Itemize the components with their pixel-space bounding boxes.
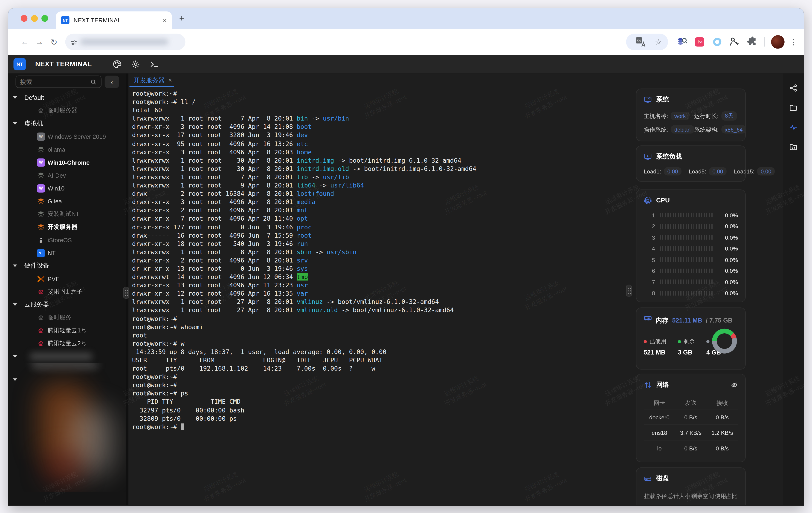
terminal-line: root@work:~# w bbox=[132, 339, 631, 348]
debian-icon bbox=[37, 288, 45, 296]
app-body: 搜索 ‹ Default临时服务器虚拟机WWindows Server 2019… bbox=[8, 73, 804, 505]
tree-group-label: Default bbox=[24, 94, 44, 101]
terminal-line: drwxr-xr-x 95 root root 4096 Apr 16 13:2… bbox=[132, 140, 631, 148]
folder-icon[interactable] bbox=[789, 103, 798, 112]
eye-off-icon[interactable] bbox=[731, 381, 738, 389]
tree-item[interactable]: 斐讯 N1 盒子 bbox=[8, 285, 126, 298]
tree-group[interactable]: Default bbox=[8, 91, 126, 104]
disk-icon bbox=[644, 474, 652, 483]
terminal-area[interactable]: 开发服务器 × root@work:~# root@work:~# ll /to… bbox=[128, 73, 631, 505]
cpu-core-number: 5 bbox=[644, 256, 655, 263]
tree-group[interactable]: 云服务器 bbox=[8, 298, 126, 311]
extension-keys-icon[interactable] bbox=[729, 36, 741, 48]
network-interface-row: ens183.7 KB/s1.2 KB/s bbox=[644, 424, 738, 440]
folder-code-icon[interactable] bbox=[789, 143, 798, 151]
screen: NT NEXT TERMINAL × + ← → ↻ G ☆ 中A bbox=[0, 0, 812, 513]
reload-icon[interactable]: ↻ bbox=[47, 37, 61, 47]
svg-text:G: G bbox=[637, 38, 641, 43]
terminal-line: lrwxrwxrwx 1 root root 27 Apr 8 20:01 vm… bbox=[132, 298, 631, 306]
tree-item-label: AI-Dev bbox=[48, 172, 66, 178]
windows-icon: W bbox=[37, 132, 45, 141]
windows-icon: W bbox=[37, 158, 45, 166]
tree-item[interactable]: WWindows Server 2019 bbox=[8, 130, 126, 143]
network-interface-row: lo0 B/s0 B/s bbox=[644, 440, 738, 456]
terminal-line: drwxr-xr-x 17 root root 3280 Jun 3 19:46… bbox=[132, 131, 631, 140]
tree-item[interactable]: AI-Dev bbox=[8, 169, 126, 182]
tree-item[interactable]: iStoreOS bbox=[8, 234, 126, 246]
system-card-title: 系统 bbox=[656, 95, 669, 104]
memory-total-headline: / 7.75 GB bbox=[706, 317, 733, 324]
cpu-usage-bar bbox=[660, 224, 714, 229]
legend-label: 已使用 bbox=[649, 337, 667, 345]
tree-group[interactable]: 虚拟机 bbox=[8, 117, 126, 130]
tree-item[interactable]: 腾讯轻量云1号 bbox=[8, 324, 126, 337]
cpu-core-number: 1 bbox=[644, 212, 655, 218]
tree-item[interactable]: 临时服务 bbox=[8, 311, 126, 324]
tree-item[interactable]: NTNT bbox=[8, 246, 126, 259]
theme-palette-icon[interactable] bbox=[113, 59, 122, 69]
browser-menu-icon[interactable]: ⋮ bbox=[790, 37, 798, 47]
terminal-line: lrwxrwxrwx 1 root root 8 Apr 8 20:01 sbi… bbox=[132, 248, 631, 256]
stack-icon bbox=[37, 210, 45, 218]
tree-item[interactable]: 开发服务器 bbox=[8, 221, 126, 234]
browser-tab[interactable]: NT NEXT TERMINAL × bbox=[56, 11, 172, 29]
tree-item[interactable]: 腾讯轻量云2号 bbox=[8, 337, 126, 350]
tree-item[interactable]: WWin10-Chrome bbox=[8, 156, 126, 169]
tree-item[interactable]: 临时服务器 bbox=[8, 104, 126, 117]
terminal-line: root@work:~# bbox=[132, 423, 631, 431]
caret-down-icon bbox=[13, 96, 17, 99]
terminal-tab-close-icon[interactable]: × bbox=[168, 77, 172, 84]
tree-item[interactable]: WWin10 bbox=[8, 182, 126, 194]
settings-gear-icon[interactable] bbox=[131, 59, 141, 69]
info-field: Load1:0.00 bbox=[644, 167, 682, 176]
back-icon[interactable]: ← bbox=[18, 37, 32, 47]
network-cell: 0 B/s bbox=[675, 445, 706, 451]
cpu-chip-icon bbox=[644, 196, 652, 205]
terminal-tab-bar: 开发服务器 × bbox=[128, 73, 631, 87]
terminal-output[interactable]: root@work:~# root@work:~# ll /total 60lr… bbox=[128, 87, 631, 431]
address-bar[interactable] bbox=[65, 34, 185, 50]
tree-item[interactable]: ollama bbox=[8, 143, 126, 156]
cpu-usage-value: 0.0% bbox=[719, 234, 738, 241]
search-input[interactable]: 搜索 bbox=[16, 76, 102, 88]
tree-item[interactable]: PVE bbox=[8, 272, 126, 285]
tree-item[interactable]: 安装测试NT bbox=[8, 208, 126, 220]
terminal-tab[interactable]: 开发服务器 × bbox=[134, 76, 172, 85]
tune-icon[interactable] bbox=[70, 39, 77, 45]
extensions-puzzle-icon[interactable] bbox=[746, 36, 759, 48]
translate-icon[interactable]: G bbox=[635, 36, 647, 48]
field-value-badge: work bbox=[671, 112, 689, 120]
sidebar-collapse-button[interactable]: ‹ bbox=[105, 76, 119, 88]
load-card-title: 系统负载 bbox=[656, 152, 682, 161]
cpu-core-row: 50.0% bbox=[644, 254, 738, 265]
tree-group-redacted-1[interactable] bbox=[8, 350, 126, 363]
disk-column-header: 总计大小 bbox=[667, 492, 691, 500]
forward-icon[interactable]: → bbox=[32, 37, 47, 47]
extension-translate-icon[interactable]: 中A bbox=[693, 37, 706, 47]
network-cell: ens18 bbox=[644, 429, 675, 435]
terminal-line: lrwxrwxrwx 1 root root 7 Apr 8 20:01 lib… bbox=[132, 173, 631, 181]
network-column-header: 网卡 bbox=[644, 399, 675, 407]
extension-search-coins-icon[interactable] bbox=[676, 36, 688, 48]
terminal-prompt-icon[interactable] bbox=[150, 59, 159, 69]
window-minimize-button[interactable] bbox=[31, 15, 38, 22]
share-icon[interactable] bbox=[789, 84, 798, 92]
cpu-core-row: 30.0% bbox=[644, 232, 738, 243]
new-tab-button[interactable]: + bbox=[179, 13, 184, 24]
window-close-button[interactable] bbox=[21, 15, 27, 22]
terminal-line: root@work:~# bbox=[132, 381, 631, 389]
window-zoom-button[interactable] bbox=[41, 15, 48, 22]
extension-donut-icon[interactable] bbox=[711, 38, 723, 46]
caret-down-icon bbox=[13, 265, 17, 267]
profile-avatar[interactable] bbox=[771, 35, 785, 49]
bookmark-star-icon[interactable]: ☆ bbox=[655, 37, 662, 47]
tree-item[interactable]: Gitea bbox=[8, 194, 126, 208]
panel-drag-handle[interactable] bbox=[626, 285, 632, 297]
cpu-usage-bar bbox=[660, 213, 714, 217]
memory-used-headline: 521.11 MB bbox=[672, 317, 702, 324]
sidebar-drag-handle[interactable] bbox=[123, 287, 129, 299]
stack-icon bbox=[37, 145, 45, 153]
tab-close-icon[interactable]: × bbox=[163, 16, 167, 24]
tree-group[interactable]: 硬件设备 bbox=[8, 259, 126, 272]
activity-pulse-icon[interactable] bbox=[789, 123, 798, 131]
